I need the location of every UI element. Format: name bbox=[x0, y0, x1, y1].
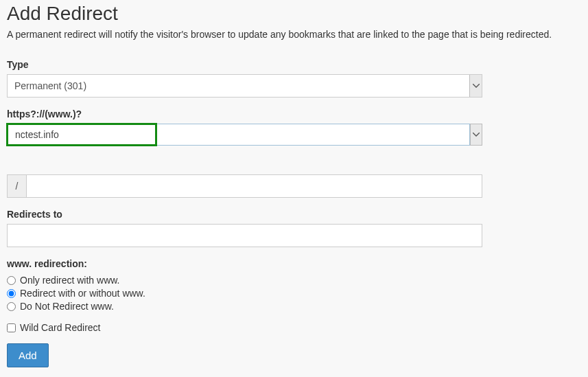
wildcard-checkbox[interactable] bbox=[7, 323, 16, 332]
radio-with-or-without-www-label: Redirect with or without www. bbox=[20, 288, 145, 299]
radio-do-not-redirect-www-label: Do Not Redirect www. bbox=[20, 301, 114, 312]
radio-do-not-redirect-www[interactable] bbox=[7, 302, 16, 311]
radio-with-or-without-www[interactable] bbox=[7, 289, 16, 298]
domain-select-empty-area[interactable] bbox=[156, 124, 469, 145]
www-redirection-label: www. redirection: bbox=[7, 258, 581, 269]
page-title: Add Redirect bbox=[7, 3, 581, 25]
path-row: / bbox=[7, 174, 482, 198]
domain-label: https?://(www.)? bbox=[7, 108, 581, 119]
page-description: A permanent redirect will notify the vis… bbox=[7, 29, 581, 40]
redirects-to-input[interactable] bbox=[7, 224, 482, 247]
chevron-down-icon[interactable] bbox=[469, 75, 482, 97]
path-input[interactable] bbox=[26, 174, 482, 198]
type-label: Type bbox=[7, 59, 581, 70]
type-select-value[interactable] bbox=[8, 75, 469, 97]
type-select[interactable] bbox=[7, 74, 482, 98]
redirects-to-label: Redirects to bbox=[7, 209, 581, 220]
add-button[interactable]: Add bbox=[7, 343, 49, 367]
radio-only-www-label: Only redirect with www. bbox=[20, 275, 119, 286]
path-prefix: / bbox=[7, 174, 26, 198]
domain-select[interactable]: nctest.info bbox=[7, 124, 482, 146]
domain-select-value[interactable]: nctest.info bbox=[6, 123, 157, 146]
radio-only-www[interactable] bbox=[7, 276, 16, 285]
wildcard-label: Wild Card Redirect bbox=[20, 322, 100, 333]
chevron-down-icon[interactable] bbox=[470, 124, 482, 146]
